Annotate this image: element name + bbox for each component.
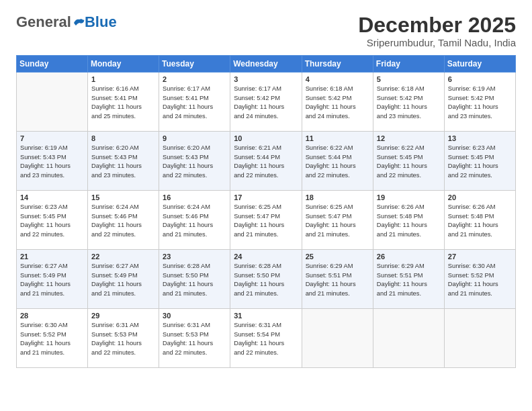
calendar-week-row: 1Sunrise: 6:16 AMSunset: 5:41 PMDaylight… [17,73,516,132]
day-info: Sunrise: 6:25 AMSunset: 5:47 PMDaylight:… [306,203,369,239]
calendar-day-cell: 7Sunrise: 6:19 AMSunset: 5:43 PMDaylight… [17,132,88,191]
day-number: 13 [448,134,512,142]
calendar-day-cell [444,309,515,368]
calendar-header-row: SundayMondayTuesdayWednesdayThursdayFrid… [17,56,516,73]
day-header-thursday: Thursday [302,56,373,73]
day-info: Sunrise: 6:25 AMSunset: 5:47 PMDaylight:… [234,203,298,239]
logo-general-text: General [16,13,71,31]
day-number: 12 [377,134,441,142]
day-info: Sunrise: 6:20 AMSunset: 5:43 PMDaylight:… [91,144,155,180]
day-info: Sunrise: 6:21 AMSunset: 5:44 PMDaylight:… [234,144,298,180]
calendar-day-cell: 16Sunrise: 6:24 AMSunset: 5:46 PMDayligh… [159,191,230,250]
day-info: Sunrise: 6:28 AMSunset: 5:50 PMDaylight:… [234,262,298,298]
day-info: Sunrise: 6:27 AMSunset: 5:49 PMDaylight:… [20,262,84,298]
day-info: Sunrise: 6:24 AMSunset: 5:46 PMDaylight:… [91,203,155,239]
day-info: Sunrise: 6:17 AMSunset: 5:41 PMDaylight:… [163,85,226,121]
day-info: Sunrise: 6:16 AMSunset: 5:41 PMDaylight:… [91,85,155,121]
day-number: 19 [377,193,441,201]
day-number: 21 [20,253,84,261]
calendar-day-cell: 19Sunrise: 6:26 AMSunset: 5:48 PMDayligh… [373,191,444,250]
calendar-day-cell: 13Sunrise: 6:23 AMSunset: 5:45 PMDayligh… [444,132,515,191]
day-info: Sunrise: 6:23 AMSunset: 5:45 PMDaylight:… [448,144,512,180]
calendar-day-cell: 5Sunrise: 6:18 AMSunset: 5:42 PMDaylight… [373,73,444,132]
day-number: 5 [377,75,441,83]
day-number: 20 [448,193,512,201]
calendar-day-cell: 3Sunrise: 6:17 AMSunset: 5:42 PMDaylight… [230,73,302,132]
day-header-sunday: Sunday [17,56,88,73]
day-number: 7 [20,134,84,142]
calendar-day-cell: 27Sunrise: 6:30 AMSunset: 5:52 PMDayligh… [444,250,515,309]
calendar-day-cell: 8Sunrise: 6:20 AMSunset: 5:43 PMDaylight… [88,132,159,191]
location: Sriperumbudur, Tamil Nadu, India [358,37,516,48]
day-info: Sunrise: 6:30 AMSunset: 5:52 PMDaylight:… [448,262,512,298]
day-info: Sunrise: 6:22 AMSunset: 5:44 PMDaylight:… [306,144,369,180]
calendar-day-cell: 31Sunrise: 6:31 AMSunset: 5:54 PMDayligh… [230,309,302,368]
header: General Blue December 2025 Sriperumbudur… [16,13,516,48]
day-number: 11 [306,134,369,142]
calendar-day-cell [373,309,444,368]
day-info: Sunrise: 6:19 AMSunset: 5:42 PMDaylight:… [448,85,512,121]
day-info: Sunrise: 6:31 AMSunset: 5:54 PMDaylight:… [234,321,298,357]
day-number: 27 [448,253,512,261]
day-number: 22 [91,253,155,261]
day-number: 9 [163,134,226,142]
day-info: Sunrise: 6:31 AMSunset: 5:53 PMDaylight:… [163,321,226,357]
day-header-tuesday: Tuesday [159,56,230,73]
day-info: Sunrise: 6:19 AMSunset: 5:43 PMDaylight:… [20,144,84,180]
calendar-day-cell: 29Sunrise: 6:31 AMSunset: 5:53 PMDayligh… [88,309,159,368]
calendar-day-cell: 30Sunrise: 6:31 AMSunset: 5:53 PMDayligh… [159,309,230,368]
day-number: 29 [91,312,155,320]
calendar-day-cell [302,309,373,368]
calendar-day-cell [17,73,88,132]
day-header-monday: Monday [88,56,159,73]
calendar-day-cell: 2Sunrise: 6:17 AMSunset: 5:41 PMDaylight… [159,73,230,132]
calendar-day-cell: 17Sunrise: 6:25 AMSunset: 5:47 PMDayligh… [230,191,302,250]
calendar-day-cell: 15Sunrise: 6:24 AMSunset: 5:46 PMDayligh… [88,191,159,250]
calendar-day-cell: 10Sunrise: 6:21 AMSunset: 5:44 PMDayligh… [230,132,302,191]
logo: General Blue [16,13,117,31]
calendar-day-cell: 9Sunrise: 6:20 AMSunset: 5:43 PMDaylight… [159,132,230,191]
day-number: 23 [163,253,226,261]
day-number: 25 [306,253,369,261]
day-number: 10 [234,134,298,142]
month-title: December 2025 [358,13,516,37]
day-number: 4 [306,75,369,83]
calendar-day-cell: 23Sunrise: 6:28 AMSunset: 5:50 PMDayligh… [159,250,230,309]
day-info: Sunrise: 6:18 AMSunset: 5:42 PMDaylight:… [306,85,369,121]
day-number: 15 [91,193,155,201]
day-info: Sunrise: 6:29 AMSunset: 5:51 PMDaylight:… [377,262,441,298]
day-info: Sunrise: 6:26 AMSunset: 5:48 PMDaylight:… [377,203,441,239]
day-info: Sunrise: 6:22 AMSunset: 5:45 PMDaylight:… [377,144,441,180]
logo-blue-text: Blue [85,13,117,31]
day-header-saturday: Saturday [444,56,515,73]
page: General Blue December 2025 Sriperumbudur… [0,0,532,379]
calendar-day-cell: 25Sunrise: 6:29 AMSunset: 5:51 PMDayligh… [302,250,373,309]
day-number: 16 [163,193,226,201]
day-number: 2 [163,75,226,83]
calendar-day-cell: 20Sunrise: 6:26 AMSunset: 5:48 PMDayligh… [444,191,515,250]
day-number: 3 [234,75,298,83]
calendar-day-cell: 12Sunrise: 6:22 AMSunset: 5:45 PMDayligh… [373,132,444,191]
title-section: December 2025 Sriperumbudur, Tamil Nadu,… [358,13,516,48]
day-number: 18 [306,193,369,201]
day-number: 8 [91,134,155,142]
day-info: Sunrise: 6:23 AMSunset: 5:45 PMDaylight:… [20,203,84,239]
day-info: Sunrise: 6:30 AMSunset: 5:52 PMDaylight:… [20,321,84,357]
day-number: 6 [448,75,512,83]
day-number: 1 [91,75,155,83]
day-number: 17 [234,193,298,201]
calendar-day-cell: 21Sunrise: 6:27 AMSunset: 5:49 PMDayligh… [17,250,88,309]
day-number: 24 [234,253,298,261]
calendar-day-cell: 18Sunrise: 6:25 AMSunset: 5:47 PMDayligh… [302,191,373,250]
calendar-day-cell: 24Sunrise: 6:28 AMSunset: 5:50 PMDayligh… [230,250,302,309]
calendar-day-cell: 4Sunrise: 6:18 AMSunset: 5:42 PMDaylight… [302,73,373,132]
day-info: Sunrise: 6:27 AMSunset: 5:49 PMDaylight:… [91,262,155,298]
calendar-week-row: 28Sunrise: 6:30 AMSunset: 5:52 PMDayligh… [17,309,516,368]
calendar-week-row: 21Sunrise: 6:27 AMSunset: 5:49 PMDayligh… [17,250,516,309]
calendar-week-row: 14Sunrise: 6:23 AMSunset: 5:45 PMDayligh… [17,191,516,250]
day-info: Sunrise: 6:20 AMSunset: 5:43 PMDaylight:… [163,144,226,180]
calendar-day-cell: 1Sunrise: 6:16 AMSunset: 5:41 PMDaylight… [88,73,159,132]
day-number: 30 [163,312,226,320]
calendar-day-cell: 14Sunrise: 6:23 AMSunset: 5:45 PMDayligh… [17,191,88,250]
calendar: SundayMondayTuesdayWednesdayThursdayFrid… [16,55,516,368]
